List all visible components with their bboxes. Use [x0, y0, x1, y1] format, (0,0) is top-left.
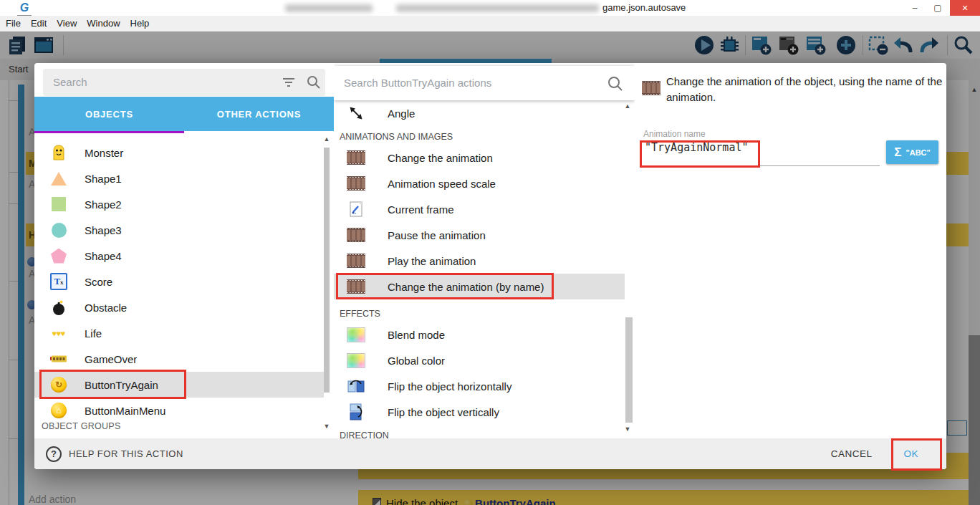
selector-tabs: OBJECTS OTHER ACTIONS [34, 97, 334, 131]
action-editor-dialog: Search OBJECTS OTHER ACTIONS Monster [34, 63, 946, 469]
action-label: Pause the animation [388, 229, 486, 241]
object-item-buttonmainmenu[interactable]: ⌂ ButtonMainMenu [34, 398, 324, 423]
section-direction: DIRECTION [334, 425, 625, 438]
action-search-input[interactable]: Search ButtonTryAgain actions [334, 66, 635, 100]
scroll-up-icon[interactable]: ▲ [622, 102, 633, 110]
tab-other-actions[interactable]: OTHER ACTIONS [184, 97, 334, 131]
action-label: Flip the object vertically [388, 406, 499, 418]
section-animations-and-images: ANIMATIONS AND IMAGES [334, 126, 625, 145]
object-item-shape3[interactable]: Shape3 [34, 217, 324, 243]
action-item-change-animation[interactable]: Change the animation [334, 145, 625, 170]
action-label: Blend mode [388, 329, 445, 341]
square-icon [50, 196, 67, 213]
close-button[interactable]: ✕ [950, 0, 980, 16]
action-label: Global color [388, 355, 445, 367]
object-item-shape2[interactable]: Shape2 [34, 191, 324, 217]
scroll-up-icon[interactable]: ▲ [321, 135, 332, 143]
minimize-button[interactable]: – [904, 0, 926, 16]
action-item-blend-mode[interactable]: Blend mode [334, 322, 625, 347]
menu-window[interactable]: Window [87, 18, 120, 29]
text-object-icon: Tx [50, 273, 67, 290]
scroll-down-icon[interactable]: ▼ [622, 425, 633, 433]
action-item-global-color[interactable]: Global color [334, 347, 625, 373]
action-label: Animation speed scale [388, 178, 496, 190]
action-item-pause-animation[interactable]: Pause the animation [334, 222, 625, 248]
action-list: Angle ANIMATIONS AND IMAGES Change the a… [334, 100, 625, 438]
menu-help[interactable]: Help [130, 18, 150, 29]
scroll-down-icon[interactable]: ▼ [321, 423, 332, 430]
circle-icon [50, 221, 67, 239]
menu-file[interactable]: File [6, 18, 21, 29]
annotation-box-ok-button [891, 438, 942, 471]
action-selector-panel: Search ButtonTryAgain actions Angle ANIM… [334, 63, 635, 438]
expression-editor-button[interactable]: Σ "ABC" [886, 140, 938, 164]
menu-edit[interactable]: Edit [31, 18, 47, 29]
action-label: Angle [388, 107, 415, 120]
expression-button-label: "ABC" [905, 148, 930, 157]
app-logo-icon: G [17, 1, 32, 16]
action-item-play-animation[interactable]: Play the animation [334, 248, 625, 274]
object-label: Shape4 [85, 250, 122, 262]
film-strip-icon [347, 175, 365, 191]
object-item-shape4[interactable]: Shape4 [34, 243, 324, 269]
action-label: Current frame [388, 203, 454, 216]
object-item-obstacle[interactable]: Obstacle [34, 294, 324, 320]
object-item-gameover[interactable]: GameOver [34, 346, 324, 372]
pentagon-icon [50, 247, 67, 264]
angle-icon [347, 105, 365, 121]
action-label: Play the animation [388, 255, 476, 267]
action-item-current-frame[interactable]: Current frame [334, 196, 625, 222]
object-label: GameOver [85, 353, 137, 365]
rainbow-icon [347, 352, 365, 368]
gameover-banner-icon [50, 350, 67, 367]
object-item-score[interactable]: Tx Score [34, 269, 324, 294]
object-label: Score [85, 276, 112, 288]
help-link[interactable]: HELP FOR THIS ACTION [69, 448, 183, 459]
annotation-box-change-animation-by-name [336, 273, 554, 299]
action-label: Change the animation [388, 152, 493, 164]
menu-view[interactable]: View [57, 18, 77, 29]
frame-page-icon [347, 201, 365, 217]
film-strip-icon [347, 227, 365, 243]
action-item-flip-horizontally[interactable]: Flip the object horizontally [334, 373, 625, 399]
action-item-angle[interactable]: Angle [334, 100, 625, 126]
maximize-button[interactable]: ▢ [927, 0, 948, 16]
action-description: Change the animation of the object, usin… [666, 74, 943, 105]
scrollbar-thumb[interactable] [625, 317, 633, 423]
bomb-icon [50, 299, 67, 316]
triangle-icon [50, 170, 67, 187]
hearts-icon: ♥♥♥ [50, 324, 67, 342]
flip-vertical-icon [347, 404, 365, 420]
object-label: Shape3 [85, 224, 122, 236]
object-label: Obstacle [85, 302, 127, 314]
object-item-life[interactable]: ♥♥♥ Life [34, 320, 324, 346]
search-placeholder: Search ButtonTryAgain actions [344, 66, 491, 100]
scrollbar-thumb[interactable] [324, 148, 330, 393]
object-groups-header: OBJECT GROUPS [42, 421, 121, 431]
search-icon[interactable] [307, 75, 321, 90]
object-label: Shape1 [85, 173, 122, 185]
annotation-box-animation-name-input [640, 140, 760, 168]
search-icon[interactable] [607, 76, 623, 92]
dialog-footer: ? HELP FOR THIS ACTION CANCEL OK [34, 438, 946, 469]
object-label: ButtonMainMenu [85, 405, 165, 417]
section-effects: EFFECTS [334, 299, 625, 322]
gdevelop-window: G game.json.autosave – ▢ ✕ File Edit Vie… [0, 0, 980, 505]
blurred-path-segment [396, 4, 599, 12]
object-item-monster[interactable]: Monster [34, 140, 324, 165]
search-placeholder: Search [53, 69, 87, 96]
object-item-shape1[interactable]: Shape1 [34, 165, 324, 191]
tab-objects[interactable]: OBJECTS [34, 97, 184, 131]
object-label: Shape2 [85, 198, 122, 211]
action-item-animation-speed-scale[interactable]: Animation speed scale [334, 170, 625, 196]
object-label: Life [85, 327, 102, 340]
help-icon[interactable]: ? [46, 446, 62, 462]
flip-horizontal-icon [347, 378, 365, 394]
filter-icon[interactable] [281, 77, 297, 88]
action-item-flip-vertically[interactable]: Flip the object vertically [334, 399, 625, 425]
cancel-button[interactable]: CANCEL [831, 448, 873, 459]
title-bar: G game.json.autosave – ▢ ✕ [0, 0, 980, 16]
object-search-input[interactable]: Search [43, 69, 325, 96]
annotation-box-buttontryagain [39, 370, 186, 399]
object-label: Monster [85, 147, 123, 159]
